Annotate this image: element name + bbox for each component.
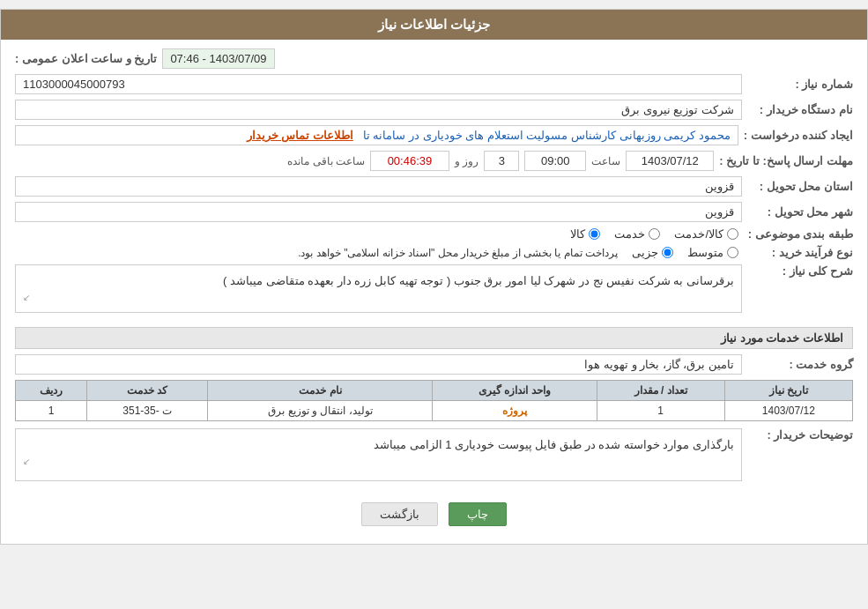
purchase-medium-radio[interactable] (727, 247, 738, 258)
back-button[interactable]: بازگشت (361, 502, 438, 526)
group-service-value: تامین برق، گاز، بخار و تهویه هوا (15, 354, 742, 375)
deadline-remaining-label: ساعت باقی مانده (287, 155, 365, 167)
category-service-option: خدمت (614, 227, 660, 241)
table-header-row: تاریخ نیاز تعداد / مقدار واحد اندازه گیر… (16, 380, 853, 400)
deadline-label: مهلت ارسال پاسخ: تا تاریخ : (719, 154, 853, 167)
creator-label: ایجاد کننده درخواست : (744, 129, 853, 142)
group-service-row: گروه خدمت : تامین برق، گاز، بخار و تهویه… (15, 354, 853, 375)
page-wrapper: جزئیات اطلاعات نیاز 1403/07/09 - 07:46 ت… (0, 9, 868, 545)
purchase-part-label: جزیی (632, 246, 658, 259)
cell-row-num: 1 (16, 400, 87, 420)
category-goods-radio[interactable] (589, 228, 600, 240)
col-date: تاریخ نیاز (724, 380, 852, 400)
province-label: استان محل تحویل : (747, 180, 853, 193)
buyer-org-row: نام دستگاه خریدار : شرکت توزیع نیروی برق (15, 100, 853, 120)
buyer-notes-text: بارگذاری موارد خواسته شده در طبق فایل پی… (374, 438, 734, 451)
deadline-day-label: روز و (455, 155, 479, 167)
announce-label: تاریخ و ساعت اعلان عمومی : (15, 52, 157, 65)
col-service-name: نام خدمت (208, 380, 433, 400)
category-service-label: خدمت (614, 227, 645, 241)
col-service-code: کد خدمت (87, 380, 208, 400)
buyer-org-label: نام دستگاه خریدار : (747, 103, 853, 116)
purchase-note: پرداخت تمام یا بخشی از مبلغ خریدار محل "… (15, 247, 618, 259)
table-row: 1403/07/12 1 پروژه تولید، انتقال و توزیع… (16, 400, 853, 420)
purchase-medium-label: متوسط (687, 246, 723, 259)
deadline-days: 3 (484, 151, 519, 171)
purchase-part-radio[interactable] (662, 247, 673, 258)
page-header: جزئیات اطلاعات نیاز (1, 10, 867, 40)
province-row: استان محل تحویل : قزوین (15, 176, 853, 197)
creator-value: محمود کریمی روزبهانی کارشناس مسولیت استع… (15, 125, 738, 145)
need-description-label: شرح کلی نیاز : (747, 264, 853, 278)
announce-date-value: 1403/07/09 - 07:46 (162, 48, 274, 69)
need-description-box: برقرسانی به شرکت نفیس نج در شهرک لیا امو… (15, 264, 742, 313)
buyer-notes-box: بارگذاری موارد خواسته شده در طبق فایل پی… (15, 428, 742, 481)
deadline-remaining: 00:46:39 (370, 151, 449, 171)
purchase-options: متوسط جزیی پرداخت تمام یا بخشی از مبلغ خ… (15, 246, 738, 259)
creator-row: ایجاد کننده درخواست : محمود کریمی روزبها… (15, 125, 853, 145)
category-row: طبقه بندی موضوعی : کالا/خدمت خدمت کالا (15, 227, 853, 241)
category-goods-service-radio[interactable] (727, 228, 738, 240)
purchase-type-row: نوع فرآیند خرید : متوسط جزیی پرداخت تمام… (15, 246, 853, 259)
col-row-num: ردیف (16, 380, 87, 400)
col-quantity: تعداد / مقدار (597, 380, 724, 400)
cell-unit: پروژه (433, 400, 597, 420)
col-unit: واحد اندازه گیری (433, 380, 597, 400)
category-service-radio[interactable] (649, 228, 660, 240)
need-description-text: برقرسانی به شرکت نفیس نج در شهرک لیا امو… (223, 274, 734, 287)
cell-date: 1403/07/12 (724, 400, 852, 420)
category-goods-service-label: کالا/خدمت (674, 227, 723, 241)
buyer-notes-row: توضیحات خریدار : بارگذاری موارد خواسته ش… (15, 428, 853, 488)
category-goods-label: کالا (570, 227, 585, 241)
purchase-part-option: جزیی (632, 246, 673, 259)
services-section-title: اطلاعات خدمات مورد نیاز (15, 327, 853, 349)
category-goods-service-option: کالا/خدمت (674, 227, 738, 241)
province-value: قزوین (15, 176, 742, 197)
cell-quantity: 1 (597, 400, 724, 420)
category-goods-option: کالا (570, 227, 600, 241)
need-number-row: شماره نیاز : 1103000045000793 (15, 74, 853, 94)
cell-service-name: تولید، انتقال و توزیع برق (208, 400, 433, 420)
deadline-date: 1403/07/12 (626, 151, 714, 171)
city-value: قزوین (15, 202, 742, 222)
buyer-org-value: شرکت توزیع نیروی برق (15, 100, 742, 120)
group-service-label: گروه خدمت : (747, 358, 853, 371)
buyer-notes-label: توضیحات خریدار : (747, 428, 853, 442)
footer-buttons: چاپ بازگشت (15, 494, 853, 535)
deadline-inner: 1403/07/12 ساعت 09:00 3 روز و 00:46:39 س… (15, 151, 714, 171)
purchase-medium-option: متوسط (687, 246, 738, 259)
need-number-value: 1103000045000793 (15, 74, 742, 94)
need-number-label: شماره نیاز : (747, 78, 853, 91)
city-label: شهر محل تحویل : (747, 205, 853, 219)
services-table: تاریخ نیاز تعداد / مقدار واحد اندازه گیر… (15, 380, 853, 421)
purchase-type-label: نوع فرآیند خرید : (747, 246, 853, 259)
announce-row: 1403/07/09 - 07:46 تاریخ و ساعت اعلان عم… (15, 48, 853, 69)
deadline-time-label: ساعت (591, 155, 620, 167)
creator-name: محمود کریمی روزبهانی کارشناس مسولیت استع… (363, 129, 731, 142)
main-content: 1403/07/09 - 07:46 تاریخ و ساعت اعلان عم… (1, 40, 867, 544)
page-title: جزئیات اطلاعات نیاز (378, 17, 490, 32)
contact-link[interactable]: اطلاعات تماس خریدار (247, 129, 353, 142)
announce-date-box: 1403/07/09 - 07:46 (162, 48, 274, 69)
print-button[interactable]: چاپ (449, 502, 507, 526)
cell-service-code: ت -35-351 (87, 400, 208, 420)
city-row: شهر محل تحویل : قزوین (15, 202, 853, 222)
category-options: کالا/خدمت خدمت کالا (570, 227, 738, 241)
deadline-row: مهلت ارسال پاسخ: تا تاریخ : 1403/07/12 س… (15, 151, 853, 171)
need-description-row: شرح کلی نیاز : برقرسانی به شرکت نفیس نج … (15, 264, 853, 320)
deadline-time: 09:00 (524, 151, 586, 171)
category-label: طبقه بندی موضوعی : (747, 227, 853, 241)
